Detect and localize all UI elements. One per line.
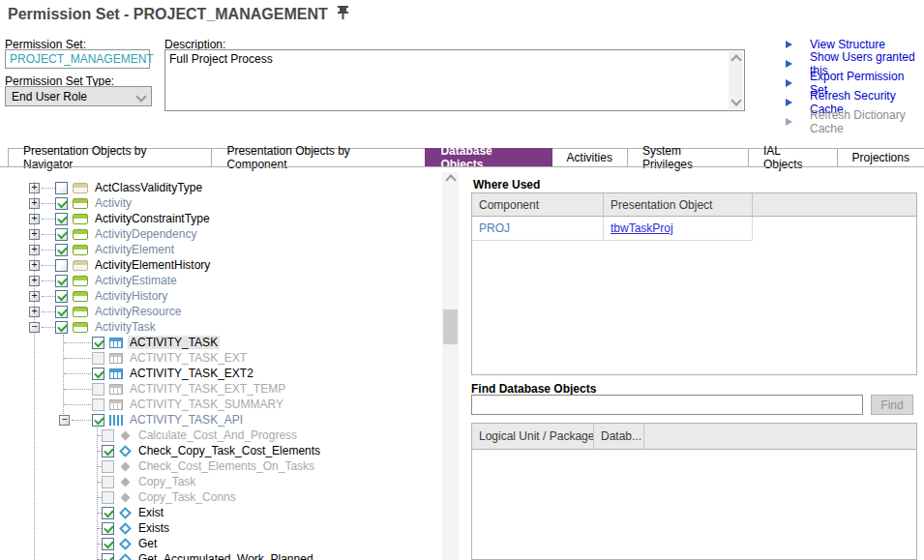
tab-system-privileges[interactable]: System Privileges — [627, 148, 749, 167]
tree-node-activity-task-ext-temp[interactable]: ACTIVITY_TASK_EXT_TEMP — [0, 381, 440, 397]
tree-node-label: ActivityElementHistory — [93, 258, 212, 272]
expand-toggle-icon[interactable]: + — [29, 307, 40, 317]
tree-checkbox[interactable] — [92, 414, 104, 427]
expand-toggle-icon[interactable]: + — [29, 229, 40, 240]
expand-toggle-icon[interactable]: + — [29, 291, 40, 302]
tree-checkbox[interactable] — [102, 507, 114, 519]
tree-node-check-cost-elements-on-tasks[interactable]: Check_Cost_Elements_On_Tasks — [0, 458, 440, 474]
tree-checkbox[interactable] — [102, 460, 114, 473]
tree-checkbox[interactable] — [92, 368, 104, 380]
tree-node-activityestimate[interactable]: +ActivityEstimate — [0, 273, 440, 288]
command-refresh-dictionary-cache[interactable]: Refresh Dictionary Cache — [786, 112, 924, 132]
collapse-toggle-icon[interactable]: − — [29, 322, 40, 333]
tree-node-exist[interactable]: Exist — [0, 505, 440, 520]
tab-presentation-objects-by-component[interactable]: Presentation Objects by Component — [211, 148, 426, 167]
tree-node-copy-task-conns[interactable]: Copy_Task_Conns — [0, 489, 440, 505]
tab-activities[interactable]: Activities — [551, 148, 628, 167]
scroll-up-icon[interactable] — [730, 54, 741, 65]
command-arrow-icon — [786, 79, 792, 87]
find-database-objects-input[interactable] — [471, 395, 863, 415]
tree-node-activity-task-api[interactable]: −ACTIVITY_TASK_API — [0, 412, 440, 427]
tab-projections[interactable]: Projections — [837, 148, 924, 167]
description-scrollbar[interactable] — [729, 51, 743, 109]
tree-checkbox[interactable] — [102, 445, 114, 457]
tree-checkbox[interactable] — [92, 337, 104, 349]
expand-toggle-icon[interactable]: + — [29, 260, 40, 271]
tree-node-actclassvaliditytype[interactable]: +ActClassValidityType — [0, 180, 440, 195]
tree-scrollbar[interactable] — [442, 172, 459, 560]
tree-node-exists[interactable]: Exists — [0, 520, 440, 536]
tree-node-activity[interactable]: +Activity — [0, 195, 440, 211]
command-arrow-icon — [786, 118, 792, 126]
tree-node-get[interactable]: Get — [0, 536, 440, 551]
tab-presentation-objects-by-navigator[interactable]: Presentation Objects by Navigator — [8, 148, 212, 167]
expand-toggle-icon[interactable]: + — [29, 245, 40, 255]
tree-node-activityhistory[interactable]: +ActivityHistory — [0, 288, 440, 304]
tree-checkbox[interactable] — [102, 429, 114, 442]
tree-node-activitytask[interactable]: −ActivityTask — [0, 319, 440, 335]
pushpin-icon[interactable] — [337, 6, 349, 23]
tree-checkbox[interactable] — [55, 197, 68, 210]
tree-node-activity-task-ext2[interactable]: ACTIVITY_TASK_EXT2 — [0, 366, 440, 381]
tree-node-label: ACTIVITY_TASK_EXT_TEMP — [128, 382, 287, 396]
where-used-column-header-filler — [753, 193, 916, 216]
expand-toggle-icon[interactable]: + — [29, 276, 40, 286]
tree-checkbox[interactable] — [102, 476, 114, 488]
tree-checkbox[interactable] — [102, 538, 114, 550]
scroll-up-icon[interactable] — [445, 174, 456, 185]
tree-checkbox[interactable] — [92, 398, 104, 411]
tree-node-activitydependency[interactable]: +ActivityDependency — [0, 226, 440, 242]
scroll-down-icon[interactable] — [730, 95, 741, 105]
presentation-object-link[interactable]: tbwTaskProj — [611, 221, 673, 235]
table-gray-icon — [109, 384, 123, 395]
tree-node-activity-task[interactable]: ACTIVITY_TASK — [0, 335, 440, 350]
tree-checkbox[interactable] — [55, 306, 68, 318]
tree-checkbox[interactable] — [102, 522, 114, 535]
tree-node-activity-task-ext[interactable]: ACTIVITY_TASK_EXT — [0, 350, 440, 366]
tree-checkbox[interactable] — [55, 290, 68, 303]
tree-checkbox[interactable] — [55, 244, 68, 256]
database-objects-tree: +ActClassValidityType+Activity+ActivityC… — [0, 172, 440, 560]
tab-ial-objects[interactable]: IAL Objects — [748, 148, 838, 167]
tree-node-activityresource[interactable]: +ActivityResource — [0, 304, 440, 319]
tree-node-activityelement[interactable]: +ActivityElement — [0, 242, 440, 257]
tree-node-get-accumulated-work-planned[interactable]: Get_Accumulated_Work_Planned — [0, 551, 440, 560]
folder-green-icon — [73, 291, 88, 302]
tree-node-check-copy-task-cost-elements[interactable]: Check_Copy_Task_Cost_Elements — [0, 443, 440, 458]
tree-checkbox[interactable] — [55, 182, 68, 194]
permission-set-type-select[interactable]: End User Role — [5, 86, 152, 106]
tree-checkbox[interactable] — [102, 553, 114, 560]
tree-node-activityelementhistory[interactable]: +ActivityElementHistory — [0, 257, 440, 273]
tree-checkbox[interactable] — [55, 213, 68, 225]
tree-checkbox[interactable] — [92, 352, 104, 365]
tree-checkbox[interactable] — [92, 383, 104, 396]
expand-toggle-icon[interactable]: + — [29, 183, 40, 193]
collapse-toggle-icon[interactable]: − — [59, 415, 70, 426]
tree-checkbox[interactable] — [55, 259, 68, 272]
description-textarea[interactable]: Full Project Process — [164, 49, 745, 111]
find-button[interactable]: Find — [871, 395, 913, 415]
expand-toggle-icon[interactable]: + — [29, 198, 40, 209]
tree-node-activity-task-summary[interactable]: ACTIVITY_TASK_SUMMARY — [0, 397, 440, 412]
tree-node-copy-task[interactable]: Copy_Task — [0, 474, 440, 489]
tab-database-objects[interactable]: Database Objects — [425, 148, 551, 167]
tree-node-activityconstrainttype[interactable]: +ActivityConstraintType — [0, 211, 440, 226]
tree-checkbox[interactable] — [55, 321, 68, 334]
tree-node-calculate-cost-and-progress[interactable]: Calculate_Cost_And_Progress — [0, 427, 440, 443]
tree-node-label: ActivityElement — [93, 243, 176, 256]
checkmark-icon — [104, 538, 114, 548]
tree-checkbox[interactable] — [55, 228, 68, 241]
permission-set-field[interactable]: PROJECT_MANAGEMENT — [5, 49, 150, 69]
where-used-header-row: ComponentPresentation Object — [472, 193, 916, 217]
command-label: View Structure — [810, 38, 885, 51]
diamond-blue-icon — [119, 445, 132, 457]
find-results-header-row: Logical Unit / PackageDatab... — [472, 424, 916, 450]
scrollbar-thumb[interactable] — [443, 309, 458, 344]
checkmark-icon — [104, 522, 114, 533]
tree-node-label: Copy_Task_Conns — [136, 490, 238, 504]
where-used-column-header: Component — [472, 193, 604, 216]
tree-checkbox[interactable] — [55, 275, 68, 287]
tree-checkbox[interactable] — [102, 491, 114, 504]
checkmark-icon — [57, 244, 68, 254]
expand-toggle-icon[interactable]: + — [29, 214, 40, 224]
